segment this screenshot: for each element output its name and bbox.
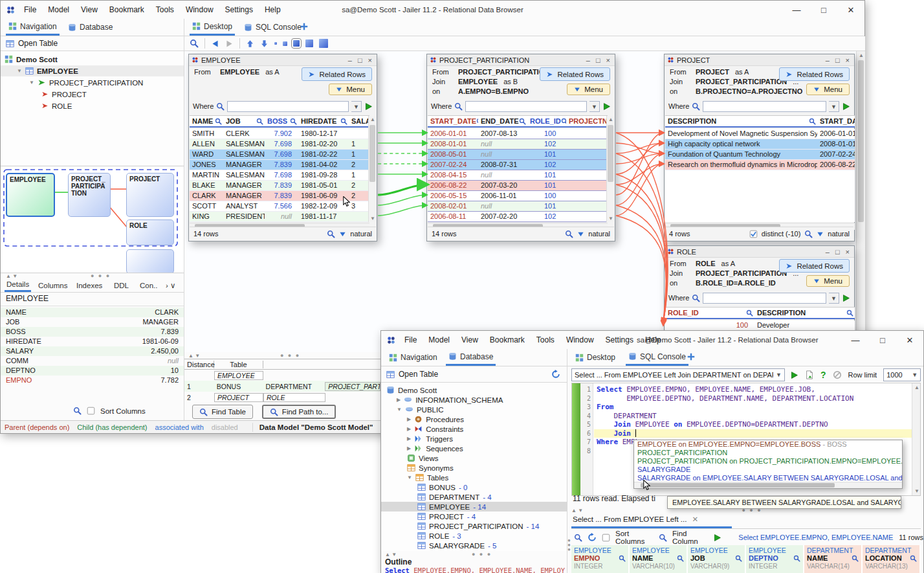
column-header-salar[interactable]: SALAR [349,116,371,126]
table-row[interactable]: Development of Novel Magnetic Suspension… [665,129,855,139]
result-column-department-location[interactable]: DEPARTMENT LOCATION VARCHAR(13) [863,545,921,573]
table-row[interactable]: Foundation of Quantum Technology2007-02-… [665,150,855,160]
diagram-box-project[interactable]: PROJECT [126,173,174,217]
zoom-level-5-icon[interactable] [319,39,328,48]
column-header-hiredate[interactable]: HIREDATE [298,116,349,126]
result-column-employee-deptno[interactable]: EMPLOYEE DEPTNO INTEGER [746,545,804,573]
where-search-icon[interactable] [454,102,463,111]
table-row[interactable]: 2006-01-012007-08-13100 [428,129,608,139]
layout-down-icon[interactable] [260,39,269,48]
where-search-icon[interactable] [216,102,225,111]
column-header-boss[interactable]: BOSS [265,116,298,126]
expander-icon[interactable]: ▶ [397,397,401,403]
sort-icon[interactable] [817,230,824,238]
column-filter-icon[interactable] [846,309,853,317]
where-search-icon[interactable] [692,102,700,111]
window-titlebar[interactable]: EMPLOYEE –□× [189,54,377,66]
minimize-button[interactable]: – [826,56,830,64]
where-input[interactable] [227,101,349,112]
menu-model[interactable]: Model [42,5,75,14]
menu-button[interactable]: Menu [806,275,850,287]
sort-icon[interactable] [577,230,584,238]
minimize-button[interactable]: – [826,248,830,256]
expander-icon[interactable]: ▶ [407,445,411,451]
minimize-button[interactable]: – [586,56,590,64]
tab-con[interactable]: Con.. [138,278,160,292]
tab-sql-console[interactable]: SQL Console [626,349,688,366]
expander-icon[interactable]: ▼ [397,407,402,412]
table-row[interactable]: 2008-01-01null102 [428,139,608,150]
add-tab-button[interactable] [300,22,309,33]
window-titlebar[interactable]: PROJECT_PARTICIPATION –□× [427,54,615,66]
maximize-button[interactable]: □ [596,56,600,64]
menu-bookmark[interactable]: Bookmark [104,5,150,14]
menu-file[interactable]: File [18,5,42,14]
column-filter-icon[interactable] [215,118,222,125]
menu-model[interactable]: Model [423,335,456,344]
row-limit-select[interactable]: 1000▼ [883,368,921,381]
menu-help[interactable]: Help [639,335,667,344]
menu-window[interactable]: Window [180,5,219,14]
close-button[interactable]: × [846,56,850,64]
menu-settings[interactable]: Settings [219,5,259,14]
column-filter-icon[interactable] [519,118,526,125]
maximize-button[interactable]: □ [810,5,837,15]
column-header-role_id[interactable]: ROLE_ID [665,308,754,318]
db-tree-item-salarygrade[interactable]: SALARYGRADE- 5 [381,541,567,550]
where-input[interactable] [703,101,826,112]
tab-database[interactable]: Database [65,19,115,36]
where-run-icon[interactable] [842,102,850,111]
column-header-start_date[interactable]: START_DATE [428,116,478,126]
tree-item-employee[interactable]: ▼EMPLOYEE [1,65,184,76]
find-column-label[interactable]: Find Column [672,530,708,545]
table-row[interactable]: BLAKEMANAGER7.8391981-05-012 [190,181,369,191]
menu-button[interactable]: Menu [567,84,610,95]
db-tree-item-employee[interactable]: EMPLOYEE- 14 [381,502,567,511]
table-row[interactable]: 2006-08-222007-03-20101 [428,181,608,191]
close-button[interactable]: × [606,56,610,64]
close-button[interactable]: ✕ [837,5,864,15]
vertical-scrollbar[interactable]: ▲ ▼ [606,116,614,222]
minimize-button[interactable]: — [783,5,810,15]
autocomplete-item[interactable]: SALARYGRADE [634,466,902,474]
distinct-checkbox[interactable] [749,230,758,238]
tab-ddl[interactable]: DDL [112,278,131,292]
db-tree-item-project_participation[interactable]: PROJECT_PARTICIPATION- 14 [381,521,567,531]
tab-navigation[interactable]: Navigation [6,19,60,36]
db-tree-item-public[interactable]: ▼PUBLIC [381,405,567,414]
table-row[interactable]: 2008-05-01null101 [428,150,608,160]
close-button[interactable]: ✕ [896,335,923,345]
menu-file[interactable]: File [399,335,423,344]
tree-item-project[interactable]: PROJECT [1,89,184,100]
tab-navigation[interactable]: Navigation [386,349,440,366]
db-tree-item-procedures[interactable]: ▶Procedures [381,414,567,424]
refresh-icon[interactable] [551,370,560,379]
table-row[interactable]: KINGPRESIDENTnull1981-11-17 [190,212,369,222]
run-icon[interactable] [713,534,721,542]
zoom-level-1-icon[interactable] [274,42,277,45]
db-tree-item-role[interactable]: ROLE- 3 [381,531,567,541]
table-row[interactable]: SMITHCLERK7.9021980-12-17 [190,129,369,139]
refresh-icon[interactable] [588,533,597,542]
column-header-name[interactable]: NAME [190,116,223,126]
tabs-overflow-icon[interactable]: › ∨ [164,278,177,292]
db-tree-item-triggers[interactable]: ▶Triggers [381,434,567,444]
open-table-bar[interactable]: Open Table [381,366,567,383]
menu-view[interactable]: View [75,5,104,14]
menu-tools[interactable]: Tools [150,5,180,14]
autocomplete-item[interactable]: PROJECT_PARTICIPATION on PROJECT_PARTICI… [634,457,902,466]
expander-icon[interactable]: ▼ [407,475,412,480]
sort-columns-checkbox[interactable] [87,407,95,415]
tree-item-project_participation[interactable]: ▼PROJECT_PARTICIPATION [1,77,184,88]
db-tree-item-tables[interactable]: ▼Tables [381,473,567,482]
script-icon[interactable] [805,370,814,379]
table-row[interactable]: 2006-05-152006-11-01100 [428,191,608,201]
back-icon[interactable] [211,39,219,48]
vertical-scrollbar[interactable]: ▲ ▼ [368,116,376,222]
minimize-button[interactable]: – [348,56,352,64]
column-header-end_date[interactable]: END_DATE [478,116,527,126]
zoom-level-3-icon[interactable] [293,40,300,47]
where-input[interactable] [703,293,826,304]
menu-button[interactable]: Menu [329,84,372,95]
status-search-icon[interactable] [804,230,813,238]
